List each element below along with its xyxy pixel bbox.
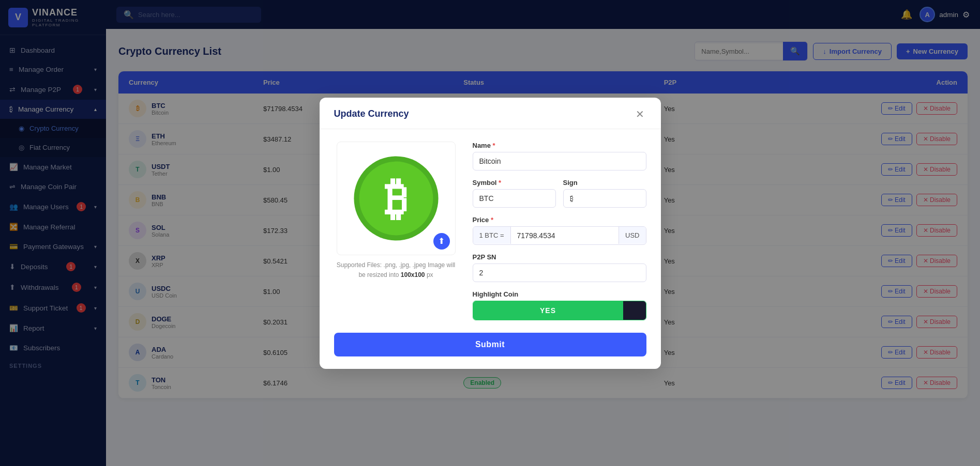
highlight-no-button[interactable] [623, 301, 646, 320]
modal-image-section: ₿ ⬆ Supported Files: .png, .jpg, .jpeg I… [334, 142, 458, 320]
sign-label: Sign [563, 179, 646, 187]
modal-form: Name * Symbol * Sign [473, 142, 646, 320]
sign-input[interactable] [563, 189, 646, 208]
highlight-label: Highlight Coin [473, 290, 646, 298]
highlight-field-group: Highlight Coin YES [473, 290, 646, 320]
modal-header: Update Currency ✕ [320, 98, 661, 129]
submit-button[interactable]: Submit [334, 333, 646, 356]
modal-title: Update Currency [334, 108, 409, 119]
price-input-row: 1 BTC = USD [473, 226, 646, 245]
currency-image-preview: ₿ ⬆ [337, 142, 456, 255]
highlight-toggle: YES [473, 301, 646, 320]
symbol-field-group: Symbol * [473, 179, 556, 208]
name-input[interactable] [473, 152, 646, 170]
image-hint: Supported Files: .png, .jpg, .jpeg Image… [334, 260, 458, 280]
highlight-yes-button[interactable]: YES [473, 301, 623, 320]
modal-overlay[interactable]: Update Currency ✕ ₿ ⬆ Supported Files: .… [0, 0, 980, 466]
name-field-group: Name * [473, 142, 646, 170]
p2p-sn-input[interactable] [473, 263, 646, 282]
modal-close-button[interactable]: ✕ [634, 108, 646, 120]
modal-footer: Submit [320, 333, 661, 369]
required-star: * [493, 142, 495, 149]
symbol-label: Symbol * [473, 179, 556, 187]
symbol-sign-row: Symbol * Sign [473, 179, 646, 208]
required-star: * [499, 179, 501, 187]
price-prefix: 1 BTC = [473, 227, 511, 244]
bitcoin-svg: ₿ [352, 154, 440, 242]
p2p-sn-label: P2P SN [473, 253, 646, 261]
upload-image-button[interactable]: ⬆ [433, 233, 450, 250]
symbol-input[interactable] [473, 189, 556, 208]
sign-field-group: Sign [563, 179, 646, 208]
price-label: Price * [473, 216, 646, 224]
required-star: * [491, 216, 493, 224]
modal-body: ₿ ⬆ Supported Files: .png, .jpg, .jpeg I… [320, 129, 661, 333]
name-label: Name * [473, 142, 646, 149]
price-suffix: USD [619, 227, 645, 244]
price-input[interactable] [511, 227, 619, 244]
update-currency-modal: Update Currency ✕ ₿ ⬆ Supported Files: .… [320, 98, 661, 369]
price-field-group: Price * 1 BTC = USD [473, 216, 646, 245]
p2p-sn-field-group: P2P SN [473, 253, 646, 282]
svg-text:₿: ₿ [385, 173, 408, 224]
